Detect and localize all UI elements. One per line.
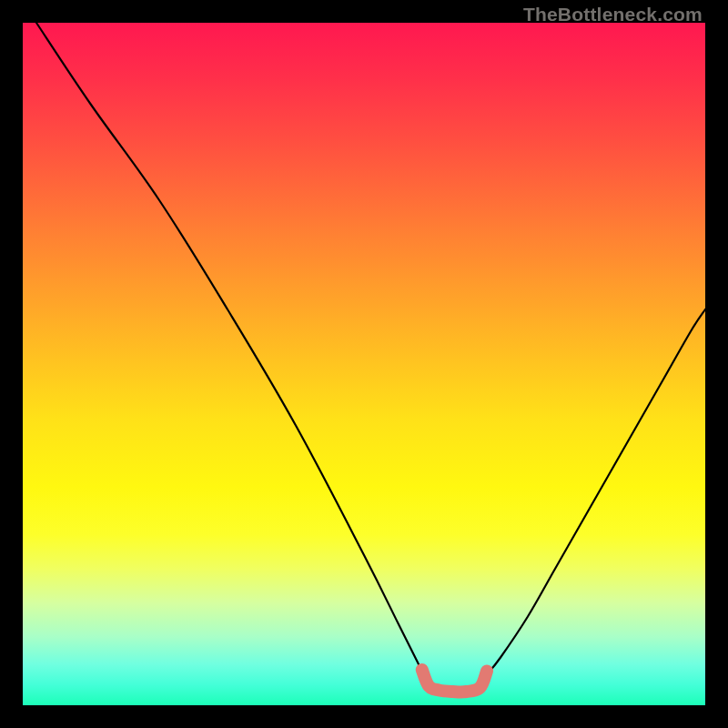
curve-right [487,309,705,674]
curve-left [36,23,429,685]
chart-curves-svg [23,23,705,705]
trough-highlight [422,670,487,692]
